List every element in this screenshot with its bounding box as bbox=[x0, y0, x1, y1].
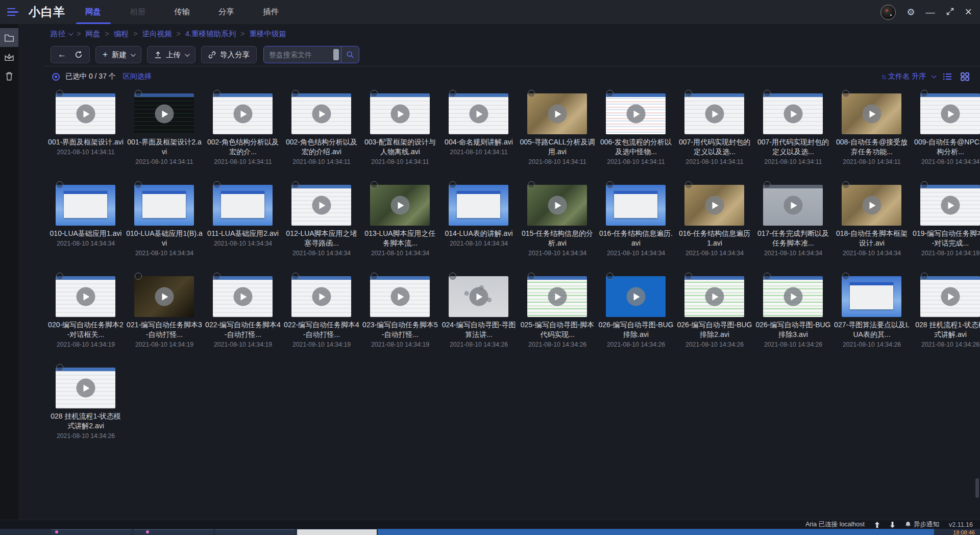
video-thumbnail[interactable] bbox=[56, 368, 115, 408]
file-card[interactable]: 002-角色结构分析以及宏的介绍.avi 2021-08-10 14:34:11 bbox=[291, 93, 351, 169]
video-thumbnail[interactable] bbox=[684, 93, 744, 134]
new-button[interactable]: + 新建 bbox=[95, 46, 141, 63]
video-thumbnail[interactable] bbox=[606, 276, 666, 317]
upload-button[interactable]: 上传 bbox=[147, 46, 195, 63]
breadcrumb-item[interactable]: 网盘 bbox=[85, 29, 100, 39]
select-checkbox[interactable] bbox=[528, 181, 535, 188]
file-card[interactable]: 001-界面及框架设计.avi 2021-08-10 14:34:11 bbox=[56, 93, 115, 169]
file-card[interactable]: 007-用代码实现封包的定义以及选... 2021-08-10 14:34:11 bbox=[763, 93, 823, 169]
video-thumbnail[interactable] bbox=[842, 93, 901, 134]
tab-plugins[interactable]: 插件 bbox=[261, 0, 280, 24]
play-icon[interactable] bbox=[469, 196, 488, 215]
video-thumbnail[interactable] bbox=[291, 276, 351, 317]
video-thumbnail[interactable] bbox=[763, 93, 823, 134]
video-thumbnail[interactable] bbox=[527, 185, 587, 226]
video-thumbnail[interactable] bbox=[763, 276, 823, 317]
play-icon[interactable] bbox=[469, 287, 488, 306]
select-checkbox[interactable] bbox=[56, 273, 63, 280]
file-card[interactable]: 016-任务结构信息遍历.avi 2021-08-10 14:34:34 bbox=[606, 185, 666, 260]
download-speed-icon[interactable] bbox=[890, 522, 895, 528]
play-icon[interactable] bbox=[76, 196, 95, 215]
select-checkbox[interactable] bbox=[528, 90, 535, 97]
select-checkbox[interactable] bbox=[764, 181, 771, 188]
play-icon[interactable] bbox=[941, 287, 960, 306]
video-thumbnail[interactable] bbox=[213, 276, 273, 317]
select-checkbox[interactable] bbox=[764, 90, 771, 97]
file-card[interactable]: 017-任务完成判断以及任务脚本准... 2021-08-10 14:34:34 bbox=[763, 185, 823, 260]
play-icon[interactable] bbox=[705, 287, 724, 306]
file-card[interactable]: 007-用代码实现封包的定义以及选... 2021-08-10 14:34:11 bbox=[684, 93, 744, 169]
play-icon[interactable] bbox=[783, 287, 802, 306]
play-icon[interactable] bbox=[155, 196, 174, 215]
breadcrumb-item[interactable]: 逆向视频 bbox=[142, 29, 172, 39]
select-checkbox[interactable] bbox=[449, 181, 456, 188]
select-checkbox[interactable] bbox=[449, 273, 456, 280]
play-icon[interactable] bbox=[469, 105, 488, 124]
video-thumbnail[interactable] bbox=[842, 276, 901, 317]
file-card[interactable]: 028 挂机流程1-状态模式讲解.avi 2021-08-10 14:34:26 bbox=[920, 276, 980, 352]
video-thumbnail[interactable] bbox=[291, 93, 351, 134]
taskbar-app-icon[interactable] bbox=[146, 530, 149, 533]
video-thumbnail[interactable] bbox=[606, 93, 666, 134]
file-card[interactable]: 010-LUA基础应用1.avi 2021-08-10 14:34:34 bbox=[56, 185, 115, 260]
file-card[interactable]: 025-编写自动寻图-脚本代码实现... 2021-08-10 14:34:26 bbox=[527, 276, 587, 352]
file-card[interactable]: 011-LUA基础应用2.avi 2021-08-10 14:34:34 bbox=[213, 185, 273, 260]
video-thumbnail[interactable] bbox=[842, 185, 901, 226]
file-card[interactable]: 006-发包流程的分析以及选中怪物... 2021-08-10 14:34:11 bbox=[606, 93, 666, 169]
video-thumbnail[interactable] bbox=[370, 185, 430, 226]
select-checkbox[interactable] bbox=[685, 181, 692, 188]
play-icon[interactable] bbox=[941, 196, 960, 215]
select-checkbox[interactable] bbox=[842, 273, 849, 280]
select-checkbox[interactable] bbox=[842, 181, 849, 188]
file-card[interactable]: 004-命名规则讲解.avi 2021-08-10 14:34:11 bbox=[449, 93, 508, 169]
video-thumbnail[interactable] bbox=[370, 276, 430, 317]
refresh-icon[interactable] bbox=[75, 51, 83, 59]
file-card[interactable]: 019-编写自动任务脚本1-对话完成... 2021-08-10 14:34:1… bbox=[920, 185, 980, 260]
taskbar-active-window-button[interactable] bbox=[297, 529, 377, 535]
taskbar-window-button[interactable] bbox=[215, 529, 295, 535]
file-card[interactable]: 026-编写自动寻图-BUG排除.avi 2021-08-10 14:34:26 bbox=[606, 276, 666, 352]
play-icon[interactable] bbox=[155, 105, 174, 124]
play-icon[interactable] bbox=[548, 196, 567, 215]
file-card[interactable]: 005-寻路CALL分析及调用.avi 2021-08-10 14:34:11 bbox=[527, 93, 587, 169]
video-thumbnail[interactable] bbox=[527, 93, 587, 134]
file-card[interactable]: 021-编写自动任务脚本3-自动打怪... 2021-08-10 14:34:1… bbox=[134, 276, 194, 352]
video-thumbnail[interactable] bbox=[449, 93, 508, 134]
video-thumbnail[interactable] bbox=[763, 185, 823, 226]
play-icon[interactable] bbox=[862, 196, 881, 215]
file-card[interactable]: 024-编写自动寻图-寻图算法讲... 2021-08-10 14:34:26 bbox=[449, 276, 508, 352]
play-icon[interactable] bbox=[626, 287, 645, 306]
video-thumbnail[interactable] bbox=[606, 185, 666, 226]
select-checkbox[interactable] bbox=[135, 181, 142, 188]
video-thumbnail[interactable] bbox=[449, 185, 508, 226]
settings-gear-icon[interactable]: ⚙ bbox=[906, 8, 915, 17]
select-checkbox[interactable] bbox=[135, 90, 142, 97]
play-icon[interactable] bbox=[705, 196, 724, 215]
file-card[interactable]: 003-配置框架的设计与人物离线.avi 2021-08-10 14:34:11 bbox=[370, 93, 430, 169]
select-checkbox[interactable] bbox=[213, 90, 220, 97]
video-thumbnail[interactable] bbox=[213, 93, 273, 134]
video-thumbnail[interactable] bbox=[291, 185, 351, 226]
file-card[interactable]: 026-编写自动寻图-BUG排除2.avi 2021-08-10 14:34:2… bbox=[684, 276, 744, 352]
file-card[interactable]: 027-寻图算法要点以及LUA表的其... 2021-08-10 14:34:2… bbox=[842, 276, 901, 352]
play-icon[interactable] bbox=[312, 287, 331, 306]
video-thumbnail[interactable] bbox=[684, 276, 744, 317]
select-checkbox[interactable] bbox=[213, 273, 220, 280]
upload-speed-icon[interactable] bbox=[874, 522, 880, 528]
maximize-button[interactable] bbox=[946, 7, 954, 17]
import-share-button[interactable]: 导入分享 bbox=[201, 46, 257, 63]
select-checkbox[interactable] bbox=[292, 90, 299, 97]
play-icon[interactable] bbox=[548, 105, 567, 124]
select-checkbox[interactable] bbox=[764, 273, 771, 280]
async-notify-button[interactable]: 异步通知 bbox=[905, 520, 939, 529]
video-thumbnail[interactable] bbox=[920, 276, 980, 317]
file-card[interactable]: 016-任务结构信息遍历1.avi 2021-08-10 14:34:34 bbox=[684, 185, 744, 260]
file-card[interactable]: 020-编写自动任务脚本2-对话框关... 2021-08-10 14:34:1… bbox=[56, 276, 115, 352]
file-card[interactable]: 002-角色结构分析以及宏的介... 2021-08-10 14:34:11 bbox=[213, 93, 273, 169]
play-icon[interactable] bbox=[312, 105, 331, 124]
play-icon[interactable] bbox=[783, 105, 802, 124]
breadcrumb-item[interactable]: 重楼中级篇 bbox=[249, 29, 286, 39]
sidebar-item-files[interactable] bbox=[0, 28, 18, 47]
select-checkbox[interactable] bbox=[528, 273, 535, 280]
search-button[interactable] bbox=[341, 46, 359, 63]
